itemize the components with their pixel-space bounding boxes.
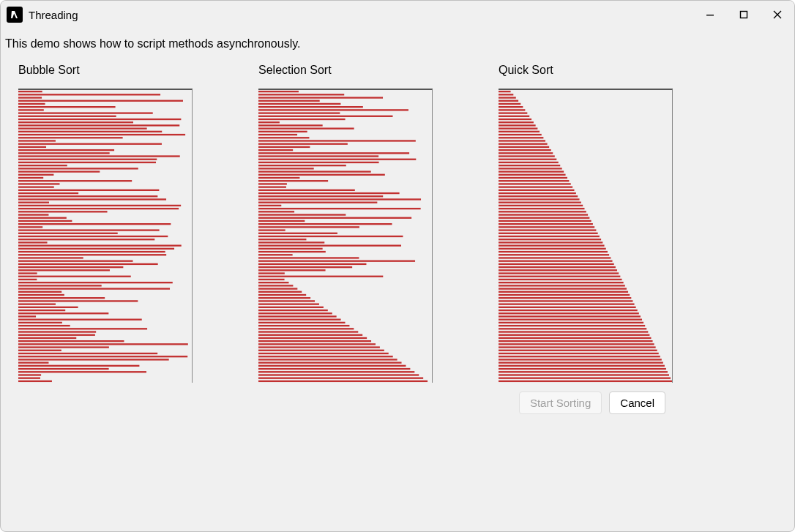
panel-frame <box>499 89 673 383</box>
lambda-icon <box>10 10 20 20</box>
start-sorting-button[interactable]: Start Sorting <box>519 391 602 414</box>
panel-frame <box>258 89 433 383</box>
sort-panels: Bubble SortSelection SortQuick Sort <box>5 64 790 383</box>
app-window: Threading This demo shows how to script … <box>0 0 795 532</box>
close-icon <box>773 10 782 19</box>
panel-label: Bubble Sort <box>18 64 193 77</box>
panel-frame <box>18 89 193 383</box>
content-area: This demo shows how to script methods as… <box>1 29 794 531</box>
cancel-button[interactable]: Cancel <box>609 391 665 414</box>
sort-canvas <box>499 90 672 383</box>
panel-label: Quick Sort <box>499 64 673 77</box>
sort-canvas <box>258 90 432 383</box>
close-button[interactable] <box>761 1 794 29</box>
window-title: Threading <box>29 9 78 21</box>
sort-canvas <box>18 90 192 383</box>
svg-rect-1 <box>741 12 747 18</box>
button-row: Start Sorting Cancel <box>5 383 790 414</box>
maximize-button[interactable] <box>727 1 761 29</box>
sort-panel: Selection Sort <box>258 64 433 383</box>
titlebar: Threading <box>1 1 794 29</box>
description-text: This demo shows how to script methods as… <box>5 37 790 50</box>
svg-rect-0 <box>706 15 714 15</box>
sort-panel: Quick Sort <box>499 64 673 383</box>
minimize-icon <box>706 10 714 19</box>
minimize-button[interactable] <box>693 1 727 29</box>
panel-label: Selection Sort <box>258 64 433 77</box>
app-icon <box>7 7 23 23</box>
maximize-icon <box>739 10 748 19</box>
sort-panel: Bubble Sort <box>18 64 193 383</box>
